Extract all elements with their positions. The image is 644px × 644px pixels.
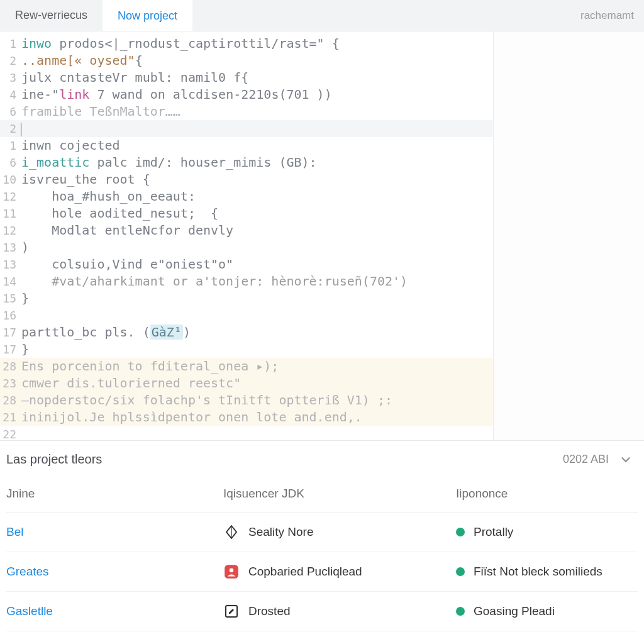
bottom-panel: Las project tleors 0202 ABI Jnine Iqisue… <box>0 440 644 631</box>
code-editor[interactable]: 1inwo prodos<|_rnodust_captirottil/rast=… <box>0 31 493 440</box>
diamond-icon <box>223 524 240 540</box>
col-header-name: Jnine <box>6 487 223 501</box>
table-row[interactable]: BelSeality NoreProtally <box>6 513 638 552</box>
code-line[interactable]: 10isvreu_the root { <box>0 171 493 188</box>
code-line[interactable]: 14 #vat/aharkimant or a'tonjer: hènorè:r… <box>0 273 493 290</box>
code-line[interactable]: 6framible TeßnMaltor…… <box>0 103 493 120</box>
panel-title: Las project tleors <box>6 452 563 467</box>
status-label: Protally <box>474 525 513 539</box>
line-number: 22 <box>0 426 21 443</box>
chevron-down-icon[interactable] <box>619 453 633 467</box>
line-number: 12 <box>0 222 21 239</box>
badge-red-icon <box>223 564 240 580</box>
code-text[interactable]: } <box>21 341 29 358</box>
line-number: 14 <box>0 273 21 290</box>
line-number: 13 <box>0 239 21 256</box>
line-number: 28 <box>0 392 21 409</box>
code-text[interactable]: isvreu_the root { <box>21 171 150 188</box>
code-line[interactable]: 28Ens porcenion to fditeral_onea ▸); <box>0 358 493 375</box>
code-text[interactable]: colsuio,Vind e"oniest"o" <box>21 256 233 273</box>
code-text[interactable]: inwn cojected <box>21 137 120 154</box>
line-number: 4 <box>0 86 21 103</box>
projects-table: Jnine Iqisuencer JDK Iiрononce BelSealit… <box>6 475 638 631</box>
code-line[interactable]: 22 <box>0 426 493 443</box>
code-text[interactable]: julx cntasteVr mubl: namil0 f{ <box>21 69 248 86</box>
code-text[interactable]: parttlo_bc pls. (GàZ¹) <box>21 324 191 341</box>
status-dot-icon <box>456 528 465 536</box>
code-text[interactable]: cmwer dis.tulorierned reestc" <box>21 375 241 392</box>
line-number: 10 <box>0 171 21 188</box>
code-line[interactable]: 13 colsuio,Vind e"oniest"o" <box>0 256 493 273</box>
svg-point-1 <box>230 569 234 573</box>
line-number: 17 <box>0 324 21 341</box>
user-label: rachemamt <box>580 9 644 22</box>
tab-rew-verriecus[interactable]: Rew-verriecus <box>0 0 103 31</box>
code-line[interactable]: 17parttlo_bc pls. (GàZ¹) <box>0 324 493 341</box>
code-line[interactable]: 17} <box>0 341 493 358</box>
code-text[interactable]: #vat/aharkimant or a'tonjer: hènorè:ruse… <box>21 273 408 290</box>
line-number: 12 <box>0 188 21 205</box>
line-number: 11 <box>0 205 21 222</box>
table-header: Jnine Iqisuencer JDK Iiрononce <box>6 475 638 513</box>
code-line[interactable]: 15} <box>0 290 493 307</box>
code-text[interactable]: ..anme[« oysed"{ <box>21 52 143 69</box>
editor-area: 1inwo prodos<|_rnodust_captirottil/rast=… <box>0 31 644 440</box>
project-link[interactable]: Bel <box>6 525 23 538</box>
status-dot-icon <box>456 607 465 616</box>
code-line[interactable]: 16 <box>0 307 493 324</box>
code-line[interactable]: 1inwn cojected <box>0 137 493 154</box>
edit-square-icon <box>223 603 240 619</box>
col-header-jdk: Iqisuencer JDK <box>223 487 456 501</box>
code-line[interactable]: 6i_moattic palc imd/: houser_mimis (GB): <box>0 154 493 171</box>
code-text[interactable]: ine-"link 7 wand on alcdisen-2210s(701 )… <box>21 86 332 103</box>
code-line[interactable]: 12 hoa_#hush_on_eeaut: <box>0 188 493 205</box>
code-text[interactable]: hole aodited_nesut; { <box>21 205 218 222</box>
code-line[interactable]: 23cmwer dis.tulorierned reestc" <box>0 375 493 392</box>
line-number: 15 <box>0 290 21 307</box>
code-line[interactable]: 2 <box>0 120 493 137</box>
jdk-label: Seality Nore <box>248 525 314 539</box>
status-label: Fiïst Not bleck somilieds <box>474 565 602 579</box>
line-number: 3 <box>0 69 21 86</box>
code-line[interactable]: 21ininijol.Je hplssìdpentor onen lote an… <box>0 409 493 426</box>
line-number: 13 <box>0 256 21 273</box>
code-text[interactable]: framible TeßnMaltor…… <box>21 103 180 120</box>
code-text[interactable]: —nopderstoc/six folachp's tInitft optter… <box>21 392 392 409</box>
line-number: 2 <box>0 120 21 137</box>
code-text[interactable]: hoa_#hush_on_eeaut: <box>21 188 196 205</box>
text-cursor <box>21 123 21 136</box>
code-line[interactable]: 12 Modlat entleNcfor denvly <box>0 222 493 239</box>
code-text[interactable]: ) <box>21 239 29 256</box>
editor-right-gutter <box>493 31 644 440</box>
line-number: 28 <box>0 358 21 375</box>
jdk-label: Copbaried Pucliqlead <box>248 565 362 579</box>
jdk-label: Drosted <box>248 604 291 618</box>
line-number: 17 <box>0 341 21 358</box>
code-text[interactable]: i_moattic palc imd/: houser_mimis (GB): <box>21 154 317 171</box>
code-line[interactable]: 2..anme[« oysed"{ <box>0 52 493 69</box>
status-label: Goasing Pleadi <box>474 604 555 618</box>
code-text[interactable]: Ens porcenion to fditeral_onea ▸); <box>21 358 279 375</box>
code-line[interactable]: 4ine-"link 7 wand on alcdisen-2210s(701 … <box>0 86 493 103</box>
panel-header: Las project tleors 0202 ABI <box>6 450 638 475</box>
line-number: 23 <box>0 375 21 392</box>
line-number: 1 <box>0 137 21 154</box>
code-line[interactable]: 3julx cntasteVr mubl: namil0 f{ <box>0 69 493 86</box>
code-line[interactable]: 28—nopderstoc/six folachp's tInitft optt… <box>0 392 493 409</box>
code-text[interactable]: } <box>21 290 29 307</box>
line-number: 16 <box>0 307 21 324</box>
line-number: 6 <box>0 154 21 171</box>
table-row[interactable]: GreatesCopbaried PucliqleadFiïst Not ble… <box>6 552 638 592</box>
code-text[interactable]: inwo prodos<|_rnodust_captirottil/rast="… <box>21 35 340 52</box>
code-line[interactable]: 13) <box>0 239 493 256</box>
code-line[interactable]: 11 hole aodited_nesut; { <box>0 205 493 222</box>
code-text[interactable]: ininijol.Je hplssìdpentor onen lote and.… <box>21 409 362 426</box>
tab-now-project[interactable]: Now project <box>103 0 192 31</box>
table-row[interactable]: GasletlleDrostedGoasing Pleadi <box>6 592 638 631</box>
code-text[interactable]: Modlat entleNcfor denvly <box>21 222 233 239</box>
project-link[interactable]: Gasletlle <box>6 604 53 618</box>
line-number: 6 <box>0 103 21 120</box>
project-link[interactable]: Greates <box>6 565 49 578</box>
line-number: 2 <box>0 52 21 69</box>
code-line[interactable]: 1inwo prodos<|_rnodust_captirottil/rast=… <box>0 35 493 52</box>
